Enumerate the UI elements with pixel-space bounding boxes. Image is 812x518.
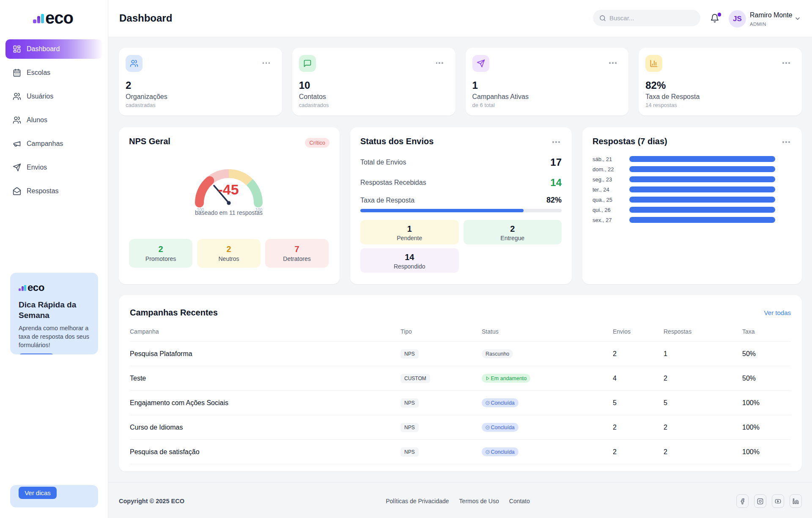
svg-text:-45: -45 (218, 181, 239, 197)
svg-text:baseado em 11 respostas: baseado em 11 respostas (195, 209, 263, 216)
